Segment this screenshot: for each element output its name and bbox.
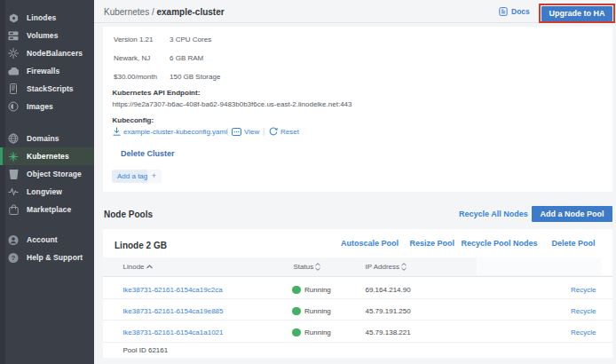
svg-text:?: ? (12, 254, 16, 262)
